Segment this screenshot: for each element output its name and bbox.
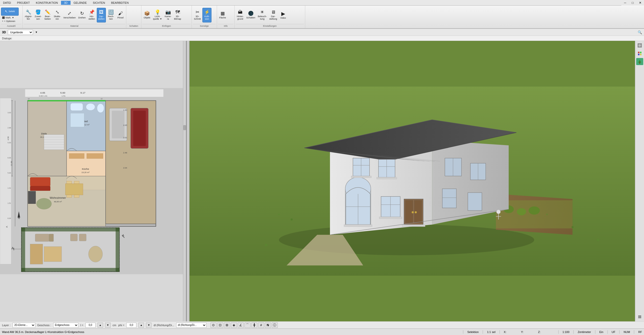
phi-up-button[interactable]: ▲ [138,323,144,328]
phi-label: phi = [118,324,124,327]
num-label: NUM [624,330,630,333]
darstellen-icon: 🖼 [99,10,104,15]
einstellungen-group-label: Einstellungen [236,24,304,28]
color-palette-button[interactable] [636,50,643,57]
hintergrund-label: Hinter-grund [237,15,244,21]
phi-input[interactable] [126,323,136,328]
rf-label: RF [638,330,642,333]
toolbar-expand-icon[interactable]: ▼ [35,31,38,34]
snap-line-button[interactable]: ╋ [251,322,257,328]
flache-button[interactable]: ▦ Fläche [218,8,227,22]
phi-down-button[interactable]: ▼ [146,323,151,328]
kamera-button[interactable]: 📷 Kame-ra [164,8,173,22]
menu-3d[interactable]: 3D [61,1,71,5]
wohnzimmer-label: Wohnzimmer [50,196,66,199]
split-handle[interactable]: ⋮ [187,41,190,321]
menu-gelande[interactable]: GELÄNDE [71,1,90,5]
objekt-icon: 📦 [144,11,150,16]
svg-rect-39 [116,228,119,272]
toolbar-search-icon[interactable]: 🔍 [638,30,642,34]
hintergrund-button[interactable]: 🏔 Hinter-grund [236,8,245,22]
panel-3d[interactable] [190,41,644,321]
svg-rect-38 [21,228,25,272]
svg-rect-25 [74,195,79,198]
optionen-button[interactable]: + + Optionen [1,20,19,23]
menu-projekt[interactable]: PROJEKT [14,1,33,5]
l-down-button[interactable]: ▼ [105,323,111,328]
menu-datei[interactable]: DATEI [0,1,14,5]
pinsel-label: Pinsel [117,16,124,19]
layer-select[interactable]: 2D-Eleme... [13,323,35,328]
dl-select[interactable]: dl (Richtung/Di... [176,323,206,328]
urgelande-select[interactable]: Urgelände Gelände Grundstück [8,30,33,35]
l-up-button[interactable]: ▲ [98,323,103,328]
drehen-button[interactable]: ↻ Drehen [77,8,87,22]
kamera-label: Kame-ra [165,15,171,21]
menu-sichten[interactable]: SICHTEN [90,1,108,5]
hinstellen-button[interactable]: 📌 Hin-stellen [87,8,96,22]
ruler-3: 5.00 [8,142,11,144]
beleuchtung-icon: ☀ [260,10,264,15]
scrollbar-thumb[interactable] [183,125,186,130]
beleuchtung-button[interactable]: ☀ Beleuch-tung [257,8,268,22]
menu-expand-button[interactable] [636,313,643,320]
lichtquelle-icon: 💡 [155,10,160,15]
snap-angle2-button[interactable]: ⌒ [244,322,251,328]
minimize-button[interactable]: ─ [621,0,629,6]
y-label: Y: [521,330,524,333]
view-tool-button[interactable] [636,42,643,49]
svg-rect-20 [30,186,50,191]
svg-point-127 [571,226,573,228]
svg-rect-138 [640,54,641,55]
ribbon-group-einstellungen: 🏔 Hinter-grund 🌑 Schatten ☀ Beleuch-tung… [235,6,305,28]
skalieren-button[interactable]: ⤡ Skalie-ren [53,8,62,22]
grid-view-button[interactable]: # [258,322,264,328]
floorplan-svg: 4.65 5.60 9.17 0.83 1.01 1.51 A [0,41,186,321]
maximize-button[interactable]: □ [629,0,636,6]
mark-button[interactable]: ⬛ Mark. ▼ [1,16,19,19]
video-button[interactable]: ▶ Video [279,8,288,22]
geschoss-select[interactable]: Erdgeschoss Obergeschoss Keller [53,323,78,328]
objekt-button[interactable]: 📦 Objekt [142,8,151,22]
pinsel-button[interactable]: 🖌 Pinsel [116,8,125,22]
bitmap-button[interactable]: 🗺 3D-Bitmap [173,8,182,22]
svg-rect-11 [70,103,83,111]
selekt-button[interactable]: ↖ Selekt [1,8,19,16]
zuweisen-button[interactable]: 🪣 Zuwei-sen [34,8,43,22]
ribbon-group-info: ▦ Fläche Info [217,6,235,28]
abgreifen-button[interactable]: 🔧 Abgrei-fen [24,8,33,22]
darstellung2-button[interactable]: 🖥 Dar-stellung [268,8,278,22]
bearb-button[interactable]: ✏️ Bear-beiten [43,8,52,22]
schnitt-button[interactable]: ✂ 3D-Schnitt [193,8,202,22]
snap-circle-button[interactable]: ⊙ [210,322,217,328]
drehen-label: Drehen [78,16,86,19]
selekt-icon: ↖ [5,9,8,14]
snap-grid-button[interactable]: ⊞ [224,322,230,328]
ribbon-group-material: 🔧 Abgrei-fen 🪣 Zuwei-sen ✏️ Bear-beiten … [23,6,126,28]
panel-2d-scrollbar[interactable] [183,41,186,321]
right-dim-2: 2.05 [123,124,127,126]
schatten2-button[interactable]: 🌑 Schatten [245,8,256,22]
l-input[interactable] [85,323,96,328]
menu-bearbeiten[interactable]: BEARBEITEN [108,1,132,5]
close-button[interactable]: ✕ [636,0,644,6]
floorplan-canvas[interactable]: 4.65 5.60 9.17 0.83 1.01 1.51 A [0,41,186,321]
right-dim-1: 1.20 [123,109,127,111]
sel-label: sel [492,330,496,333]
svg-rect-22 [67,181,72,184]
info-button[interactable]: ⓘ [272,322,278,328]
menu-konstruktion[interactable]: KONSTRUKTION [33,1,61,5]
verschieben-button[interactable]: ⤢ Verschieben [62,8,77,22]
lichtquelle-button[interactable]: 💡 Licht-quelle ▼ [152,8,163,22]
kollision-button[interactable]: ⚡ Kolli-sion [202,8,211,22]
vegetation-button[interactable] [636,58,643,65]
snap-angle-button[interactable]: ∠ [238,322,244,328]
darstellen-button[interactable]: 🖼 Dar-stellen [97,8,106,22]
north-button[interactable]: N [265,322,271,328]
right-dim-5: 2.04 [123,167,127,169]
svg-rect-140 [639,63,640,64]
snap-point-button[interactable]: ◈ [231,322,237,328]
svg-text:4.50: 4.50 [7,136,9,140]
snap-square-button[interactable]: ⊡ [217,322,223,328]
rechnen-button[interactable]: 🔢 Rech-nen [106,8,115,22]
